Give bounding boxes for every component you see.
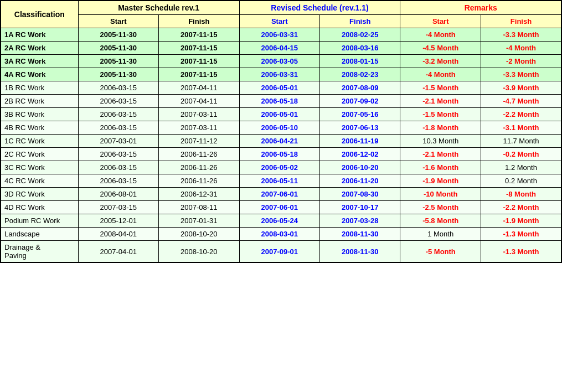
classification-cell: 2C RC Work xyxy=(1,148,78,161)
master-finish-cell: 2006-11-26 xyxy=(159,148,239,161)
master-finish-cell: 2007-03-11 xyxy=(159,108,239,121)
master-start-cell: 2005-12-01 xyxy=(78,214,158,228)
classification-cell: 4B RC Work xyxy=(1,121,78,135)
remark-finish-cell: -3.1 Month xyxy=(481,121,561,135)
header-classification: Classification xyxy=(1,1,78,28)
classification-cell: 3B RC Work xyxy=(1,108,78,121)
remark-finish-cell: -1.3 Month xyxy=(481,241,561,263)
classification-cell: 2A RC Work xyxy=(1,42,78,55)
master-start-cell: 2008-04-01 xyxy=(78,228,158,241)
master-start-cell: 2006-03-15 xyxy=(78,148,158,161)
remark-start-cell: -2.1 Month xyxy=(400,95,481,108)
master-start-cell: 2006-03-15 xyxy=(78,174,158,188)
remark-start-cell: -4 Month xyxy=(400,28,481,42)
revised-finish-cell: 2007-06-13 xyxy=(320,121,400,135)
remarks-finish-header: Finish xyxy=(481,15,561,28)
header-master-schedule: Master Schedule rev.1 xyxy=(78,1,239,15)
remark-finish-cell: -2.2 Month xyxy=(481,108,561,121)
remark-finish-cell: -8 Month xyxy=(481,188,561,201)
schedule-table: Classification Master Schedule rev.1 Rev… xyxy=(0,0,562,263)
revised-finish-cell: 2008-02-25 xyxy=(320,28,400,42)
remark-finish-cell: -3.9 Month xyxy=(481,81,561,95)
remark-start-cell: -2.1 Month xyxy=(400,148,481,161)
classification-cell: 1A RC Work xyxy=(1,28,78,42)
classification-cell: 4A RC Work xyxy=(1,68,78,81)
master-finish-cell: 2007-11-15 xyxy=(159,68,239,81)
remark-start-cell: -1.5 Month xyxy=(400,108,481,121)
revised-start-cell: 2006-05-24 xyxy=(239,214,319,228)
revised-finish-cell: 2007-08-09 xyxy=(320,81,400,95)
revised-finish-cell: 2007-08-30 xyxy=(320,188,400,201)
master-finish-header: Finish xyxy=(159,15,239,28)
revised-finish-cell: 2006-12-02 xyxy=(320,148,400,161)
revised-start-cell: 2006-05-10 xyxy=(239,121,319,135)
classification-cell: 3A RC Work xyxy=(1,55,78,68)
remark-start-cell: -3.2 Month xyxy=(400,55,481,68)
master-start-cell: 2006-03-15 xyxy=(78,81,158,95)
master-start-cell: 2007-03-01 xyxy=(78,135,158,148)
remark-finish-cell: -3.3 Month xyxy=(481,68,561,81)
classification-cell: Landscape xyxy=(1,228,78,241)
revised-finish-cell: 2006-11-20 xyxy=(320,174,400,188)
remark-start-cell: -10 Month xyxy=(400,188,481,201)
revised-finish-cell: 2008-03-16 xyxy=(320,42,400,55)
header-remarks: Remarks xyxy=(400,1,561,15)
revised-finish-cell: 2008-02-23 xyxy=(320,68,400,81)
master-start-cell: 2006-03-15 xyxy=(78,95,158,108)
classification-cell: 1C RC Work xyxy=(1,135,78,148)
remark-finish-cell: -1.9 Month xyxy=(481,214,561,228)
classification-cell: 4C RC Work xyxy=(1,174,78,188)
classification-cell: 1B RC Work xyxy=(1,81,78,95)
master-finish-cell: 2007-11-15 xyxy=(159,42,239,55)
master-start-cell: 2005-11-30 xyxy=(78,55,158,68)
revised-start-cell: 2006-05-01 xyxy=(239,108,319,121)
revised-finish-cell: 2006-10-20 xyxy=(320,161,400,174)
revised-finish-cell: 2007-09-02 xyxy=(320,95,400,108)
remark-start-cell: -1.5 Month xyxy=(400,81,481,95)
master-finish-cell: 2007-08-11 xyxy=(159,201,239,214)
master-start-cell: 2007-04-01 xyxy=(78,241,158,263)
remark-finish-cell: -2 Month xyxy=(481,55,561,68)
remark-start-cell: -5.8 Month xyxy=(400,214,481,228)
remark-start-cell: -2.5 Month xyxy=(400,201,481,214)
remark-finish-cell: -2.2 Month xyxy=(481,201,561,214)
revised-start-cell: 2006-03-05 xyxy=(239,55,319,68)
revised-finish-cell: 2007-05-16 xyxy=(320,108,400,121)
master-start-cell: 2005-11-30 xyxy=(78,28,158,42)
revised-finish-cell: 2006-11-19 xyxy=(320,135,400,148)
revised-finish-cell: 2007-03-28 xyxy=(320,214,400,228)
master-start-header: Start xyxy=(78,15,158,28)
remark-finish-cell: -3.3 Month xyxy=(481,28,561,42)
master-start-cell: 2005-11-30 xyxy=(78,42,158,55)
master-start-cell: 2005-11-30 xyxy=(78,68,158,81)
master-start-cell: 2006-03-15 xyxy=(78,161,158,174)
remark-finish-cell: -1.3 Month xyxy=(481,228,561,241)
remark-finish-cell: 1.2 Month xyxy=(481,161,561,174)
revised-start-cell: 2006-05-02 xyxy=(239,161,319,174)
revised-start-header: Start xyxy=(239,15,319,28)
master-finish-cell: 2007-11-15 xyxy=(159,55,239,68)
revised-start-cell: 2007-09-01 xyxy=(239,241,319,263)
remark-finish-cell: -4.7 Month xyxy=(481,95,561,108)
remark-start-cell: -1.9 Month xyxy=(400,174,481,188)
master-finish-cell: 2007-11-12 xyxy=(159,135,239,148)
remark-finish-cell: -0.2 Month xyxy=(481,148,561,161)
revised-start-cell: 2006-05-18 xyxy=(239,148,319,161)
remark-finish-cell: -4 Month xyxy=(481,42,561,55)
master-finish-cell: 2007-04-11 xyxy=(159,81,239,95)
classification-cell: 3C RC Work xyxy=(1,161,78,174)
remark-start-cell: -4.5 Month xyxy=(400,42,481,55)
revised-finish-cell: 2008-11-30 xyxy=(320,241,400,263)
remark-start-cell: -5 Month xyxy=(400,241,481,263)
revised-start-cell: 2006-05-18 xyxy=(239,95,319,108)
revised-start-cell: 2006-04-15 xyxy=(239,42,319,55)
revised-start-cell: 2007-06-01 xyxy=(239,201,319,214)
master-finish-cell: 2007-11-15 xyxy=(159,28,239,42)
remark-start-cell: 1 Month xyxy=(400,228,481,241)
revised-start-cell: 2006-05-01 xyxy=(239,81,319,95)
master-start-cell: 2006-08-01 xyxy=(78,188,158,201)
master-finish-cell: 2008-10-20 xyxy=(159,241,239,263)
remark-start-cell: 10.3 Month xyxy=(400,135,481,148)
master-start-cell: 2007-03-15 xyxy=(78,201,158,214)
master-start-cell: 2006-03-15 xyxy=(78,108,158,121)
